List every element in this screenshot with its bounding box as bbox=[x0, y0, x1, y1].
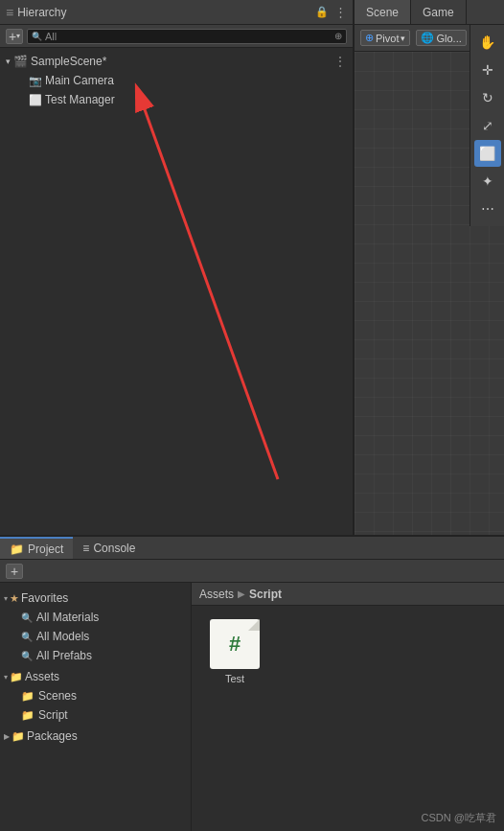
sidebar-item-script[interactable]: 📁 Script bbox=[0, 705, 191, 725]
tab-game[interactable]: Game bbox=[411, 0, 467, 24]
project-bottom-content: ▾ ★ Favorites 🔍 All Materials 🔍 All Mode… bbox=[0, 583, 504, 831]
tool-rect[interactable]: ⬜ bbox=[474, 140, 501, 167]
scene-expand-triangle: ▾ bbox=[6, 57, 11, 66]
assets-label: Assets bbox=[25, 670, 59, 683]
hierarchy-content: ▾ 🎬 SampleScene* ⋮ 📷 Main Camera ⬜ Test … bbox=[0, 48, 353, 535]
all-materials-label: All Materials bbox=[36, 611, 99, 624]
hierarchy-panel: ≡ Hierarchy 🔒 ⋮ + ▾ 🔍 All ⊕ ▾ bbox=[0, 0, 355, 535]
hierarchy-header: ≡ Hierarchy 🔒 ⋮ bbox=[0, 0, 353, 25]
sidebar-section-favorites: ▾ ★ Favorites 🔍 All Materials 🔍 All Mode… bbox=[0, 589, 191, 665]
global-label: Glo... bbox=[436, 33, 461, 44]
hierarchy-search-input[interactable]: 🔍 All ⊕ bbox=[27, 29, 347, 44]
more-options-icon[interactable]: ⋮ bbox=[334, 5, 347, 19]
bottom-section: 📁 Project ≡ Console + ▾ ★ Favorites 🔍 bbox=[0, 537, 504, 831]
search-placeholder: All bbox=[45, 31, 57, 42]
tool-move[interactable]: ✛ bbox=[474, 57, 501, 83]
search-prefabs-icon: 🔍 bbox=[21, 651, 33, 661]
scene-tools-panel: ✋ ✛ ↻ ⤢ ⬜ ✦ ⋯ bbox=[470, 25, 504, 226]
hierarchy-title: Hierarchy bbox=[17, 6, 66, 19]
hierarchy-item-test-manager[interactable]: ⬜ Test Manager bbox=[0, 90, 353, 109]
pivot-icon: ⊕ bbox=[365, 32, 374, 44]
game-tab-label: Game bbox=[423, 6, 454, 19]
pivot-chevron: ▾ bbox=[401, 34, 405, 43]
project-toolbar: + bbox=[0, 560, 504, 583]
packages-triangle: ▶ bbox=[4, 732, 10, 741]
search-models-icon: 🔍 bbox=[21, 632, 33, 642]
breadcrumb-separator: ▶ bbox=[238, 589, 245, 599]
sidebar-item-all-models[interactable]: 🔍 All Models bbox=[0, 627, 191, 646]
script-label: Script bbox=[38, 708, 68, 722]
file-icon-test: # bbox=[210, 619, 260, 669]
project-sidebar: ▾ ★ Favorites 🔍 All Materials 🔍 All Mode… bbox=[0, 583, 192, 831]
sidebar-item-all-prefabs[interactable]: 🔍 All Prefabs bbox=[0, 646, 191, 665]
sidebar-item-all-materials[interactable]: 🔍 All Materials bbox=[0, 608, 191, 627]
scene-tabs-header: Scene Game bbox=[355, 0, 504, 25]
hierarchy-add-button[interactable]: + ▾ bbox=[6, 29, 23, 44]
assets-folder-icon: 📁 bbox=[10, 671, 23, 683]
file-hash-symbol: # bbox=[229, 632, 241, 657]
scenes-label: Scenes bbox=[38, 689, 77, 703]
hierarchy-header-icons: 🔒 ⋮ bbox=[315, 5, 347, 19]
top-section: ≡ Hierarchy 🔒 ⋮ + ▾ 🔍 All ⊕ ▾ bbox=[0, 0, 504, 537]
tool-transform[interactable]: ✦ bbox=[474, 168, 501, 195]
hierarchy-header-left: ≡ Hierarchy bbox=[6, 5, 67, 20]
bottom-tabs: 📁 Project ≡ Console bbox=[0, 537, 504, 560]
tool-hand[interactable]: ✋ bbox=[474, 29, 501, 56]
all-models-label: All Models bbox=[36, 630, 89, 643]
project-breadcrumb: Assets ▶ Script bbox=[192, 583, 504, 606]
favorites-label: Favorites bbox=[21, 591, 68, 605]
all-prefabs-label: All Prefabs bbox=[36, 649, 92, 662]
packages-header[interactable]: ▶ 📁 Packages bbox=[0, 727, 191, 746]
breadcrumb-current: Script bbox=[249, 588, 282, 601]
file-name-test: Test bbox=[225, 673, 244, 684]
scene-panel: Scene Game ⊕ Pivot ▾ 🌐 Glo... ✋ ✛ ↻ ⤢ ⬜ bbox=[355, 0, 504, 535]
sidebar-section-assets: ▾ 📁 Assets 📁 Scenes 📁 Script bbox=[0, 667, 191, 725]
search-materials-icon: 🔍 bbox=[21, 612, 33, 623]
packages-folder-icon: 📁 bbox=[11, 730, 25, 743]
scene-icon: 🎬 bbox=[13, 55, 28, 68]
cube-icon: ⬜ bbox=[29, 94, 42, 106]
global-icon: 🌐 bbox=[421, 32, 434, 44]
project-tab-label: Project bbox=[28, 542, 63, 556]
global-dropdown[interactable]: 🌐 Glo... bbox=[416, 30, 466, 46]
file-item-test[interactable]: # Test bbox=[201, 615, 268, 688]
folder-icon: 📁 bbox=[10, 542, 24, 556]
project-add-button[interactable]: + bbox=[6, 564, 23, 579]
scene-tab-label: Scene bbox=[366, 6, 399, 19]
test-manager-label: Test Manager bbox=[45, 93, 115, 106]
lock-icon: 🔒 bbox=[315, 6, 329, 18]
favorites-header[interactable]: ▾ ★ Favorites bbox=[0, 589, 191, 608]
main-camera-label: Main Camera bbox=[45, 74, 114, 87]
packages-label: Packages bbox=[27, 729, 78, 743]
scene-name: SampleScene* bbox=[31, 55, 106, 68]
hamburger-icon: ≡ bbox=[6, 5, 13, 20]
project-files-area: # Test bbox=[192, 606, 504, 831]
tab-console[interactable]: ≡ Console bbox=[73, 537, 145, 559]
sidebar-section-packages: ▶ 📁 Packages bbox=[0, 727, 191, 746]
tool-rotate[interactable]: ↻ bbox=[474, 84, 501, 111]
favorites-star-icon: ★ bbox=[10, 592, 19, 605]
pivot-label: Pivot bbox=[376, 33, 399, 44]
hierarchy-search-bar: + ▾ 🔍 All ⊕ bbox=[0, 25, 353, 48]
search-icon: 🔍 bbox=[32, 32, 42, 41]
favorites-triangle: ▾ bbox=[4, 594, 8, 603]
scenes-folder-icon: 📁 bbox=[21, 690, 34, 703]
breadcrumb-root: Assets bbox=[199, 588, 234, 601]
assets-triangle: ▾ bbox=[4, 673, 8, 681]
scene-row[interactable]: ▾ 🎬 SampleScene* ⋮ bbox=[0, 52, 353, 71]
hierarchy-item-main-camera[interactable]: 📷 Main Camera bbox=[0, 71, 353, 90]
tool-scale[interactable]: ⤢ bbox=[474, 112, 501, 139]
file-corner bbox=[248, 619, 260, 631]
project-main-area: Assets ▶ Script # Test bbox=[192, 583, 504, 831]
assets-header[interactable]: ▾ 📁 Assets bbox=[0, 667, 191, 686]
tool-dots[interactable]: ⋯ bbox=[474, 196, 501, 222]
sidebar-item-scenes[interactable]: 📁 Scenes bbox=[0, 686, 191, 705]
search-end-icon: ⊕ bbox=[334, 31, 342, 41]
console-icon: ≡ bbox=[82, 542, 89, 555]
camera-icon: 📷 bbox=[29, 75, 42, 87]
tab-scene[interactable]: Scene bbox=[355, 0, 411, 24]
scene-options-icon[interactable]: ⋮ bbox=[333, 54, 347, 69]
tab-project[interactable]: 📁 Project bbox=[0, 537, 73, 559]
script-folder-icon: 📁 bbox=[21, 709, 34, 722]
pivot-dropdown[interactable]: ⊕ Pivot ▾ bbox=[360, 30, 410, 46]
